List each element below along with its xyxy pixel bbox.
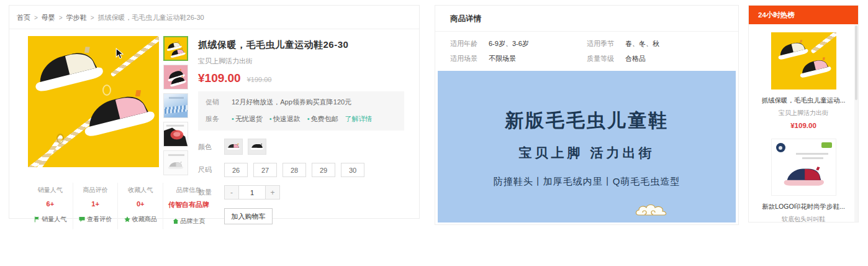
hot-item-image	[771, 32, 836, 89]
thumbnail-list	[163, 36, 188, 175]
thumbnail-3[interactable]	[163, 93, 188, 118]
hot-item-subtitle: 软底包头叫叫鞋	[757, 215, 850, 222]
service-details-link[interactable]: 了解详情	[345, 114, 373, 124]
hot-list-panel: 24小时热榜 抓绒保暖，毛毛虫儿童运动... 宝贝上脚活力出街 ¥109.00	[748, 5, 859, 222]
breadcrumb: 首页 > 母婴 > 学步鞋 > 抓绒保暖，毛毛虫儿童运动鞋26-30	[9, 6, 419, 29]
hot-item-2[interactable]: 新款LOGO印花时尚学步鞋... 软底包头叫叫鞋 ¥259.00	[757, 139, 850, 222]
stat-value: 0+	[119, 200, 161, 208]
thumbnail-5[interactable]	[163, 150, 188, 175]
product-detail-page: 首页 > 母婴 > 学步鞋 > 抓绒保暖，毛毛虫儿童运动鞋26-30	[0, 0, 868, 266]
service-item: •快速退款	[269, 114, 301, 124]
stat-value: 1+	[75, 200, 117, 208]
product-stats: 销量人气 6+ 销量人气 商品评价 1+ 查看评价	[28, 183, 214, 229]
color-row: 颜色	[198, 139, 413, 155]
add-to-cart-button[interactable]: 加入购物车	[224, 208, 273, 224]
hot-item-price: ¥109.00	[757, 122, 850, 129]
detail-photo-decoration	[164, 122, 188, 146]
hot-list-body: 抓绒保暖，毛毛虫儿童运动... 宝贝上脚活力出街 ¥109.00 新款LOGO印…	[749, 24, 858, 222]
pink-shoe-image	[76, 85, 159, 142]
breadcrumb-category-link[interactable]: 母婴	[42, 13, 55, 22]
favorite-item-link[interactable]: 收藏商品	[124, 215, 157, 224]
original-price: ¥199.00	[247, 76, 272, 83]
spec-season: 适用季节 春、冬、秋	[587, 39, 723, 48]
star-icon	[124, 216, 130, 222]
product-title: 抓绒保暖，毛毛虫儿童运动鞋26-30	[198, 39, 413, 51]
service-item: •免费包邮	[307, 114, 338, 124]
spec-value: 春、冬、秋	[625, 39, 659, 48]
detail-banner-image: 新版毛毛虫儿童鞋 宝贝上脚 活力出街 防撞鞋头丨加厚毛绒内里丨Q萌毛毛虫造型	[438, 71, 736, 222]
comment-icon	[79, 216, 85, 222]
spec-value: 不限场景	[489, 54, 516, 63]
hot-list-scrollbar[interactable]	[854, 24, 858, 222]
gallery: 销量人气 6+ 销量人气 商品评价 1+ 查看评价	[28, 36, 188, 229]
age-badge	[821, 142, 832, 148]
stat-label: 销量人气	[29, 186, 71, 195]
spec-label: 适用季节	[587, 39, 625, 48]
service-label: 服务	[206, 114, 223, 124]
sales-popularity-link[interactable]: 销量人气	[34, 215, 66, 224]
quantity-increase-button[interactable]: +	[265, 185, 280, 200]
hot-item-title: 新款LOGO印花时尚学步鞋...	[757, 203, 850, 211]
color-swatch-pink[interactable]	[224, 139, 243, 155]
size-option-27[interactable]: 27	[253, 163, 277, 177]
hot-item-1[interactable]: 抓绒保暖，毛毛虫儿童运动... 宝贝上脚活力出街 ¥109.00	[757, 32, 850, 129]
breadcrumb-subcategory-link[interactable]: 学步鞋	[66, 13, 87, 22]
price-row: ¥109.00 ¥199.00	[198, 71, 413, 85]
shoe-thumb-image	[168, 161, 184, 170]
brand-logo-icon	[776, 143, 785, 152]
product-subtitle: 宝贝上脚活力出街	[198, 57, 413, 66]
service-item: •无忧退货	[232, 114, 263, 124]
spec-label: 适用年龄	[450, 39, 489, 48]
bullet: •	[269, 115, 272, 122]
quantity-row: 数量 - +	[198, 185, 413, 200]
scrollbar-thumb[interactable]	[855, 25, 857, 100]
straw-decoration	[810, 32, 836, 54]
banner-title: 新版毛毛虫儿童鞋	[438, 71, 736, 134]
stat-label: 商品评价	[75, 186, 117, 195]
thumb-caption-decoration	[168, 154, 184, 156]
breadcrumb-home-link[interactable]: 首页	[17, 13, 30, 22]
navy-shoe-image	[783, 165, 825, 188]
breadcrumb-separator: >	[59, 14, 63, 21]
spec-quality: 质量等级 合格品	[587, 54, 723, 63]
hot-item-title: 抓绒保暖，毛毛虫儿童运动...	[757, 96, 850, 105]
white-shoe-image	[28, 42, 107, 97]
stat-label: 收藏人气	[119, 186, 161, 195]
size-option-29[interactable]: 29	[312, 163, 335, 177]
thumbnail-4[interactable]	[163, 122, 188, 147]
caption-decoration	[796, 153, 828, 155]
thumbnail-1-selected[interactable]	[163, 36, 188, 61]
hot-item-subtitle: 宝贝上脚活力出街	[757, 109, 850, 117]
stat-reviews: 商品评价 1+ 查看评价	[73, 183, 119, 229]
thumbnail-2[interactable]	[163, 65, 188, 89]
spec-label: 质量等级	[587, 54, 625, 63]
quantity-input[interactable]	[239, 185, 265, 200]
doodle-decoration	[57, 134, 64, 144]
detail-panel: 商品详情 适用年龄 6-9岁、3-6岁 适用季节 春、冬、秋 适用场景 不限场景…	[435, 5, 739, 225]
size-option-28[interactable]: 28	[283, 163, 306, 177]
size-option-30[interactable]: 30	[341, 163, 364, 177]
color-label: 颜色	[198, 142, 215, 152]
product-main-image[interactable]	[28, 36, 159, 167]
black-shoe-swatch-image	[250, 143, 264, 150]
size-row: 尺码 26 27 28 29 30	[198, 163, 413, 177]
hot-item-image	[771, 139, 836, 196]
shoe-image	[774, 37, 810, 62]
color-swatch-black[interactable]	[248, 139, 266, 155]
quantity-decrease-button[interactable]: -	[224, 185, 239, 200]
banner-subtitle: 宝贝上脚 活力出街	[438, 144, 736, 162]
stat-value: 6+	[29, 200, 71, 208]
size-option-26[interactable]: 26	[224, 163, 248, 177]
cloud-icon	[634, 201, 669, 218]
breadcrumb-separator: >	[34, 14, 38, 21]
service-text: 快速退款	[273, 115, 301, 122]
home-icon	[173, 218, 179, 224]
bullet: •	[307, 115, 310, 122]
stat-favorites: 收藏人气 0+ 收藏商品	[118, 183, 163, 229]
view-reviews-link[interactable]: 查看评价	[79, 215, 112, 224]
mouse-cursor-icon	[114, 48, 125, 60]
size-label: 尺码	[198, 165, 215, 175]
shoe-image	[796, 55, 833, 80]
quantity-label: 数量	[198, 188, 215, 197]
promotion-label: 促销	[206, 98, 223, 107]
